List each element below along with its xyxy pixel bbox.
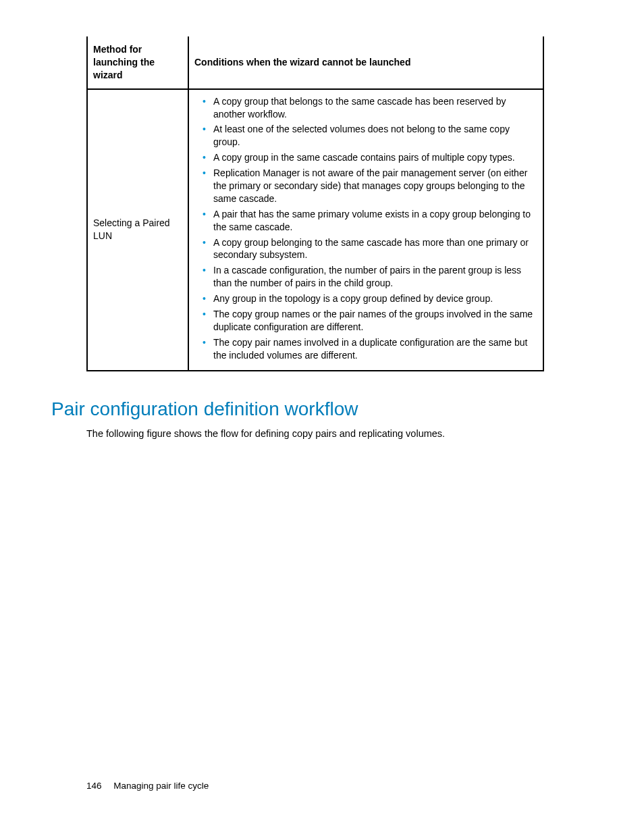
page: Method for launching the wizard Conditio…: [0, 0, 644, 834]
table-header-row: Method for launching the wizard Conditio…: [87, 36, 543, 89]
list-item: In a cascade configuration, the number o…: [205, 263, 535, 291]
page-number: 146: [86, 781, 102, 791]
table-row: Selecting a Paired LUN A copy group that…: [87, 89, 543, 371]
header-conditions: Conditions when the wizard cannot be lau…: [188, 36, 543, 89]
list-item: A copy group in the same cascade contain…: [205, 150, 535, 165]
list-item: Any group in the topology is a copy grou…: [205, 291, 535, 307]
list-item: A pair that has the same primary volume …: [205, 207, 535, 235]
header-method: Method for launching the wizard: [87, 36, 188, 89]
list-item: The copy pair names involved in a duplic…: [205, 335, 535, 363]
list-item: The copy group names or the pair names o…: [205, 307, 535, 335]
cell-method: Selecting a Paired LUN: [87, 89, 188, 371]
section-heading: Pair configuration definition workflow: [51, 398, 583, 420]
conditions-list: A copy group that belongs to the same ca…: [194, 94, 537, 363]
list-item: A copy group that belongs to the same ca…: [205, 94, 535, 122]
list-item: Replication Manager is not aware of the …: [205, 165, 535, 207]
conditions-table: Method for launching the wizard Conditio…: [86, 36, 544, 371]
cell-conditions: A copy group that belongs to the same ca…: [188, 89, 543, 371]
section-intro: The following figure shows the flow for …: [86, 428, 583, 439]
list-item: At least one of the selected volumes doe…: [205, 122, 535, 150]
footer-title: Managing pair life cycle: [113, 781, 209, 791]
list-item: A copy group belonging to the same casca…: [205, 235, 535, 263]
page-footer: 146 Managing pair life cycle: [86, 781, 209, 791]
